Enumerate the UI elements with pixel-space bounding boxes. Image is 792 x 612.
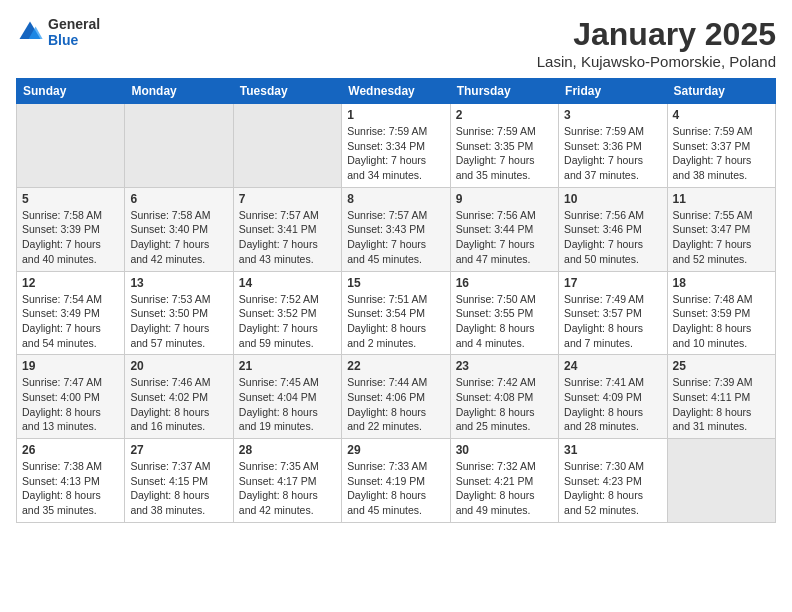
day-number: 21	[239, 359, 336, 373]
weekday-header: Saturday	[667, 79, 775, 104]
logo-icon	[16, 18, 44, 46]
day-info: Sunrise: 7:57 AM Sunset: 3:41 PM Dayligh…	[239, 208, 336, 267]
weekday-header-row: SundayMondayTuesdayWednesdayThursdayFrid…	[17, 79, 776, 104]
day-number: 18	[673, 276, 770, 290]
calendar-day-cell: 24Sunrise: 7:41 AM Sunset: 4:09 PM Dayli…	[559, 355, 667, 439]
day-number: 10	[564, 192, 661, 206]
calendar-day-cell	[125, 104, 233, 188]
calendar-day-cell: 8Sunrise: 7:57 AM Sunset: 3:43 PM Daylig…	[342, 187, 450, 271]
day-info: Sunrise: 7:44 AM Sunset: 4:06 PM Dayligh…	[347, 375, 444, 434]
weekday-header: Friday	[559, 79, 667, 104]
day-info: Sunrise: 7:54 AM Sunset: 3:49 PM Dayligh…	[22, 292, 119, 351]
logo-blue-text: Blue	[48, 32, 100, 48]
calendar-day-cell: 16Sunrise: 7:50 AM Sunset: 3:55 PM Dayli…	[450, 271, 558, 355]
day-info: Sunrise: 7:53 AM Sunset: 3:50 PM Dayligh…	[130, 292, 227, 351]
day-number: 26	[22, 443, 119, 457]
calendar-day-cell: 18Sunrise: 7:48 AM Sunset: 3:59 PM Dayli…	[667, 271, 775, 355]
calendar-day-cell: 27Sunrise: 7:37 AM Sunset: 4:15 PM Dayli…	[125, 439, 233, 523]
calendar-day-cell: 5Sunrise: 7:58 AM Sunset: 3:39 PM Daylig…	[17, 187, 125, 271]
calendar-day-cell: 28Sunrise: 7:35 AM Sunset: 4:17 PM Dayli…	[233, 439, 341, 523]
logo-text: General Blue	[48, 16, 100, 48]
calendar-day-cell: 22Sunrise: 7:44 AM Sunset: 4:06 PM Dayli…	[342, 355, 450, 439]
day-info: Sunrise: 7:59 AM Sunset: 3:36 PM Dayligh…	[564, 124, 661, 183]
day-info: Sunrise: 7:46 AM Sunset: 4:02 PM Dayligh…	[130, 375, 227, 434]
day-info: Sunrise: 7:42 AM Sunset: 4:08 PM Dayligh…	[456, 375, 553, 434]
calendar-day-cell: 1Sunrise: 7:59 AM Sunset: 3:34 PM Daylig…	[342, 104, 450, 188]
calendar-day-cell: 30Sunrise: 7:32 AM Sunset: 4:21 PM Dayli…	[450, 439, 558, 523]
day-info: Sunrise: 7:59 AM Sunset: 3:34 PM Dayligh…	[347, 124, 444, 183]
day-number: 20	[130, 359, 227, 373]
day-info: Sunrise: 7:59 AM Sunset: 3:37 PM Dayligh…	[673, 124, 770, 183]
day-info: Sunrise: 7:32 AM Sunset: 4:21 PM Dayligh…	[456, 459, 553, 518]
day-info: Sunrise: 7:39 AM Sunset: 4:11 PM Dayligh…	[673, 375, 770, 434]
calendar-week-row: 5Sunrise: 7:58 AM Sunset: 3:39 PM Daylig…	[17, 187, 776, 271]
day-info: Sunrise: 7:48 AM Sunset: 3:59 PM Dayligh…	[673, 292, 770, 351]
location: Lasin, Kujawsko-Pomorskie, Poland	[537, 53, 776, 70]
calendar-day-cell: 23Sunrise: 7:42 AM Sunset: 4:08 PM Dayli…	[450, 355, 558, 439]
page-header: General Blue January 2025 Lasin, Kujawsk…	[16, 16, 776, 70]
calendar-day-cell: 25Sunrise: 7:39 AM Sunset: 4:11 PM Dayli…	[667, 355, 775, 439]
calendar-day-cell	[233, 104, 341, 188]
day-info: Sunrise: 7:58 AM Sunset: 3:39 PM Dayligh…	[22, 208, 119, 267]
logo-general-text: General	[48, 16, 100, 32]
day-info: Sunrise: 7:55 AM Sunset: 3:47 PM Dayligh…	[673, 208, 770, 267]
day-info: Sunrise: 7:59 AM Sunset: 3:35 PM Dayligh…	[456, 124, 553, 183]
calendar-day-cell: 12Sunrise: 7:54 AM Sunset: 3:49 PM Dayli…	[17, 271, 125, 355]
day-number: 11	[673, 192, 770, 206]
day-number: 12	[22, 276, 119, 290]
day-info: Sunrise: 7:37 AM Sunset: 4:15 PM Dayligh…	[130, 459, 227, 518]
calendar-day-cell: 10Sunrise: 7:56 AM Sunset: 3:46 PM Dayli…	[559, 187, 667, 271]
calendar-day-cell	[17, 104, 125, 188]
calendar-day-cell: 17Sunrise: 7:49 AM Sunset: 3:57 PM Dayli…	[559, 271, 667, 355]
calendar-day-cell: 14Sunrise: 7:52 AM Sunset: 3:52 PM Dayli…	[233, 271, 341, 355]
calendar-day-cell: 31Sunrise: 7:30 AM Sunset: 4:23 PM Dayli…	[559, 439, 667, 523]
day-number: 27	[130, 443, 227, 457]
calendar-day-cell: 3Sunrise: 7:59 AM Sunset: 3:36 PM Daylig…	[559, 104, 667, 188]
day-number: 28	[239, 443, 336, 457]
day-number: 4	[673, 108, 770, 122]
day-info: Sunrise: 7:52 AM Sunset: 3:52 PM Dayligh…	[239, 292, 336, 351]
day-info: Sunrise: 7:58 AM Sunset: 3:40 PM Dayligh…	[130, 208, 227, 267]
month-title: January 2025	[537, 16, 776, 53]
day-number: 8	[347, 192, 444, 206]
logo: General Blue	[16, 16, 100, 48]
calendar-week-row: 26Sunrise: 7:38 AM Sunset: 4:13 PM Dayli…	[17, 439, 776, 523]
day-number: 23	[456, 359, 553, 373]
calendar-day-cell: 6Sunrise: 7:58 AM Sunset: 3:40 PM Daylig…	[125, 187, 233, 271]
day-info: Sunrise: 7:57 AM Sunset: 3:43 PM Dayligh…	[347, 208, 444, 267]
day-number: 15	[347, 276, 444, 290]
calendar-table: SundayMondayTuesdayWednesdayThursdayFrid…	[16, 78, 776, 523]
weekday-header: Sunday	[17, 79, 125, 104]
calendar-day-cell: 15Sunrise: 7:51 AM Sunset: 3:54 PM Dayli…	[342, 271, 450, 355]
day-number: 19	[22, 359, 119, 373]
day-info: Sunrise: 7:41 AM Sunset: 4:09 PM Dayligh…	[564, 375, 661, 434]
day-number: 6	[130, 192, 227, 206]
calendar-week-row: 12Sunrise: 7:54 AM Sunset: 3:49 PM Dayli…	[17, 271, 776, 355]
weekday-header: Thursday	[450, 79, 558, 104]
calendar-day-cell: 21Sunrise: 7:45 AM Sunset: 4:04 PM Dayli…	[233, 355, 341, 439]
day-info: Sunrise: 7:56 AM Sunset: 3:44 PM Dayligh…	[456, 208, 553, 267]
day-info: Sunrise: 7:50 AM Sunset: 3:55 PM Dayligh…	[456, 292, 553, 351]
day-number: 13	[130, 276, 227, 290]
day-info: Sunrise: 7:45 AM Sunset: 4:04 PM Dayligh…	[239, 375, 336, 434]
day-number: 16	[456, 276, 553, 290]
day-info: Sunrise: 7:33 AM Sunset: 4:19 PM Dayligh…	[347, 459, 444, 518]
day-number: 24	[564, 359, 661, 373]
title-block: January 2025 Lasin, Kujawsko-Pomorskie, …	[537, 16, 776, 70]
day-number: 2	[456, 108, 553, 122]
day-info: Sunrise: 7:47 AM Sunset: 4:00 PM Dayligh…	[22, 375, 119, 434]
calendar-week-row: 19Sunrise: 7:47 AM Sunset: 4:00 PM Dayli…	[17, 355, 776, 439]
weekday-header: Monday	[125, 79, 233, 104]
calendar-day-cell	[667, 439, 775, 523]
day-number: 5	[22, 192, 119, 206]
calendar-week-row: 1Sunrise: 7:59 AM Sunset: 3:34 PM Daylig…	[17, 104, 776, 188]
day-info: Sunrise: 7:38 AM Sunset: 4:13 PM Dayligh…	[22, 459, 119, 518]
calendar-day-cell: 7Sunrise: 7:57 AM Sunset: 3:41 PM Daylig…	[233, 187, 341, 271]
day-info: Sunrise: 7:49 AM Sunset: 3:57 PM Dayligh…	[564, 292, 661, 351]
day-number: 7	[239, 192, 336, 206]
day-info: Sunrise: 7:35 AM Sunset: 4:17 PM Dayligh…	[239, 459, 336, 518]
calendar-day-cell: 13Sunrise: 7:53 AM Sunset: 3:50 PM Dayli…	[125, 271, 233, 355]
calendar-day-cell: 19Sunrise: 7:47 AM Sunset: 4:00 PM Dayli…	[17, 355, 125, 439]
day-number: 14	[239, 276, 336, 290]
day-number: 9	[456, 192, 553, 206]
